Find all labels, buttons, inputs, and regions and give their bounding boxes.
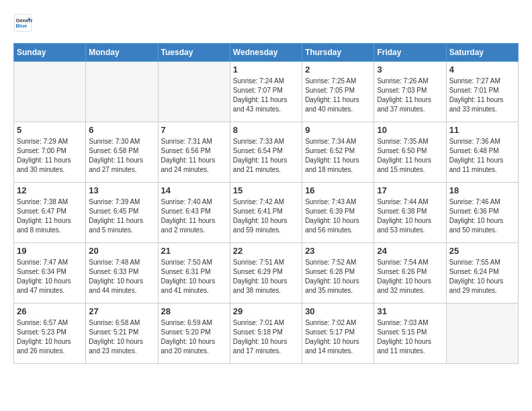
calendar-cell: 26 Sunrise: 6:57 AM Sunset: 5:23 PM Dayl… (14, 304, 86, 364)
day-number: 18 (449, 185, 515, 195)
calendar-week-row: 5 Sunrise: 7:29 AM Sunset: 7:00 PM Dayli… (14, 122, 519, 183)
day-info: Sunrise: 7:01 AM Sunset: 5:18 PM Dayligh… (233, 318, 299, 356)
daylight-text: Daylight: 11 hours and 33 minutes. (449, 95, 515, 114)
sunset-text: Sunset: 6:45 PM (89, 207, 154, 216)
day-number: 8 (233, 125, 299, 135)
sunrise-text: Sunrise: 7:39 AM (89, 197, 154, 207)
day-number: 13 (89, 185, 154, 195)
day-info: Sunrise: 7:46 AM Sunset: 6:36 PM Dayligh… (449, 197, 515, 235)
day-number: 1 (233, 64, 299, 75)
sunset-text: Sunset: 5:17 PM (305, 328, 371, 337)
weekday-header: Sunday (14, 44, 86, 62)
calendar-cell: 6 Sunrise: 7:30 AM Sunset: 6:58 PM Dayli… (86, 122, 158, 183)
day-info: Sunrise: 7:40 AM Sunset: 6:43 PM Dayligh… (161, 197, 227, 235)
calendar-cell: 14 Sunrise: 7:40 AM Sunset: 6:43 PM Dayl… (158, 183, 230, 243)
day-info: Sunrise: 7:39 AM Sunset: 6:45 PM Dayligh… (89, 197, 154, 235)
day-info: Sunrise: 7:34 AM Sunset: 6:52 PM Dayligh… (305, 137, 371, 175)
day-number: 24 (377, 246, 443, 256)
daylight-text: Daylight: 10 hours and 14 minutes. (305, 337, 371, 356)
day-info: Sunrise: 7:33 AM Sunset: 6:54 PM Dayligh… (233, 137, 299, 175)
sunrise-text: Sunrise: 7:44 AM (377, 197, 443, 207)
sunrise-text: Sunrise: 7:29 AM (17, 137, 83, 146)
day-number: 2 (305, 64, 371, 75)
sunrise-text: Sunrise: 7:48 AM (89, 258, 154, 267)
day-number: 23 (305, 246, 371, 256)
day-info: Sunrise: 6:58 AM Sunset: 5:21 PM Dayligh… (89, 318, 154, 356)
sunset-text: Sunset: 6:24 PM (449, 267, 515, 277)
calendar-cell: 24 Sunrise: 7:54 AM Sunset: 6:26 PM Dayl… (374, 243, 446, 304)
daylight-text: Daylight: 10 hours and 41 minutes. (161, 277, 227, 295)
daylight-text: Daylight: 11 hours and 40 minutes. (305, 95, 371, 114)
sunset-text: Sunset: 6:52 PM (305, 146, 371, 156)
daylight-text: Daylight: 11 hours and 18 minutes. (305, 156, 371, 175)
daylight-text: Daylight: 11 hours and 37 minutes. (377, 95, 443, 114)
day-number: 27 (89, 306, 154, 316)
day-number: 16 (305, 185, 371, 195)
day-info: Sunrise: 7:48 AM Sunset: 6:33 PM Dayligh… (89, 258, 154, 295)
daylight-text: Daylight: 10 hours and 35 minutes. (305, 277, 371, 295)
daylight-text: Daylight: 10 hours and 38 minutes. (233, 277, 299, 295)
calendar-week-row: 26 Sunrise: 6:57 AM Sunset: 5:23 PM Dayl… (14, 304, 519, 364)
calendar-table: SundayMondayTuesdayWednesdayThursdayFrid… (13, 43, 519, 364)
sunrise-text: Sunrise: 7:50 AM (161, 258, 227, 267)
calendar-cell: 25 Sunrise: 7:55 AM Sunset: 6:24 PM Dayl… (446, 243, 518, 304)
day-number: 29 (233, 306, 299, 316)
daylight-text: Daylight: 10 hours and 50 minutes. (449, 216, 515, 235)
calendar-cell: 30 Sunrise: 7:02 AM Sunset: 5:17 PM Dayl… (302, 304, 374, 364)
calendar-week-row: 12 Sunrise: 7:38 AM Sunset: 6:47 PM Dayl… (14, 183, 519, 243)
calendar-cell: 12 Sunrise: 7:38 AM Sunset: 6:47 PM Dayl… (14, 183, 86, 243)
sunset-text: Sunset: 6:47 PM (17, 207, 83, 216)
logo: General Blue (13, 13, 32, 32)
day-info: Sunrise: 7:30 AM Sunset: 6:58 PM Dayligh… (89, 137, 154, 175)
calendar-cell: 22 Sunrise: 7:51 AM Sunset: 6:29 PM Dayl… (230, 243, 302, 304)
sunrise-text: Sunrise: 7:47 AM (17, 258, 83, 267)
sunrise-text: Sunrise: 7:02 AM (305, 318, 371, 328)
calendar-cell: 7 Sunrise: 7:31 AM Sunset: 6:56 PM Dayli… (158, 122, 230, 183)
sunrise-text: Sunrise: 7:35 AM (377, 137, 443, 146)
sunset-text: Sunset: 5:23 PM (17, 328, 83, 337)
daylight-text: Daylight: 10 hours and 17 minutes. (233, 337, 299, 356)
sunset-text: Sunset: 6:38 PM (377, 207, 443, 216)
day-info: Sunrise: 7:42 AM Sunset: 6:41 PM Dayligh… (233, 197, 299, 235)
sunset-text: Sunset: 7:07 PM (233, 86, 299, 95)
sunrise-text: Sunrise: 7:01 AM (233, 318, 299, 328)
daylight-text: Daylight: 10 hours and 53 minutes. (377, 216, 443, 235)
daylight-text: Daylight: 10 hours and 59 minutes. (233, 216, 299, 235)
calendar-cell (446, 304, 518, 364)
calendar-cell: 15 Sunrise: 7:42 AM Sunset: 6:41 PM Dayl… (230, 183, 302, 243)
day-info: Sunrise: 7:43 AM Sunset: 6:39 PM Dayligh… (305, 197, 371, 235)
day-info: Sunrise: 7:26 AM Sunset: 7:03 PM Dayligh… (377, 77, 443, 114)
calendar-week-row: 1 Sunrise: 7:24 AM Sunset: 7:07 PM Dayli… (14, 62, 519, 122)
day-number: 28 (161, 306, 227, 316)
calendar-cell: 3 Sunrise: 7:26 AM Sunset: 7:03 PM Dayli… (374, 62, 446, 122)
sunset-text: Sunset: 6:50 PM (377, 146, 443, 156)
calendar-cell: 13 Sunrise: 7:39 AM Sunset: 6:45 PM Dayl… (86, 183, 158, 243)
sunrise-text: Sunrise: 7:03 AM (377, 318, 443, 328)
day-info: Sunrise: 7:47 AM Sunset: 6:34 PM Dayligh… (17, 258, 83, 295)
calendar-week-row: 19 Sunrise: 7:47 AM Sunset: 6:34 PM Dayl… (14, 243, 519, 304)
calendar-cell: 1 Sunrise: 7:24 AM Sunset: 7:07 PM Dayli… (230, 62, 302, 122)
daylight-text: Daylight: 11 hours and 24 minutes. (161, 156, 227, 175)
sunset-text: Sunset: 7:05 PM (305, 86, 371, 95)
sunrise-text: Sunrise: 7:26 AM (377, 77, 443, 86)
calendar-cell: 11 Sunrise: 7:36 AM Sunset: 6:48 PM Dayl… (446, 122, 518, 183)
calendar-cell: 4 Sunrise: 7:27 AM Sunset: 7:01 PM Dayli… (446, 62, 518, 122)
sunset-text: Sunset: 5:15 PM (377, 328, 443, 337)
day-number: 30 (305, 306, 371, 316)
day-number: 12 (17, 185, 83, 195)
day-number: 4 (449, 64, 515, 75)
day-number: 26 (17, 306, 83, 316)
calendar-cell (14, 62, 86, 122)
sunrise-text: Sunrise: 7:24 AM (233, 77, 299, 86)
day-info: Sunrise: 7:52 AM Sunset: 6:28 PM Dayligh… (305, 258, 371, 295)
calendar-cell: 18 Sunrise: 7:46 AM Sunset: 6:36 PM Dayl… (446, 183, 518, 243)
sunrise-text: Sunrise: 7:54 AM (377, 258, 443, 267)
day-info: Sunrise: 7:27 AM Sunset: 7:01 PM Dayligh… (449, 77, 515, 114)
daylight-text: Daylight: 10 hours and 20 minutes. (161, 337, 227, 356)
day-number: 31 (377, 306, 443, 316)
calendar-cell: 29 Sunrise: 7:01 AM Sunset: 5:18 PM Dayl… (230, 304, 302, 364)
day-info: Sunrise: 7:25 AM Sunset: 7:05 PM Dayligh… (305, 77, 371, 114)
calendar-cell: 10 Sunrise: 7:35 AM Sunset: 6:50 PM Dayl… (374, 122, 446, 183)
weekday-header: Wednesday (230, 44, 302, 62)
weekday-header-row: SundayMondayTuesdayWednesdayThursdayFrid… (14, 44, 519, 62)
